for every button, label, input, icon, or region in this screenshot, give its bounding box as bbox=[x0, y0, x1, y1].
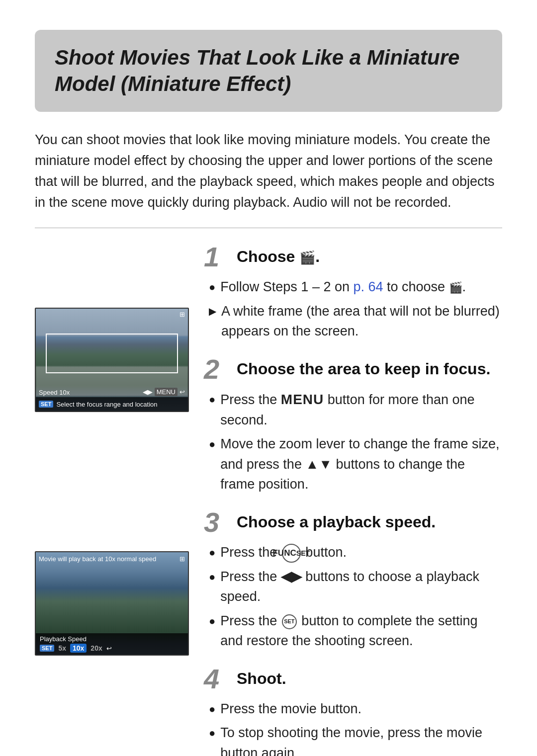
func-circle-1: FUNCSET bbox=[282, 544, 301, 563]
camera-screen-2: Movie will play back at 10x normal speed… bbox=[35, 551, 189, 656]
movie-icon-1: 🎬 bbox=[299, 250, 315, 265]
step-3-bullet-2: ● Press the ◀▶ buttons to choose a playb… bbox=[209, 567, 502, 607]
step-3: 3 Choose a playback speed. ● Press the F… bbox=[204, 508, 502, 651]
step-2-bullet-2: ● Move the zoom lever to change the fram… bbox=[209, 434, 502, 495]
camera-bottom-bar-1: SET Select the focus range and location bbox=[36, 397, 188, 411]
step-1-number: 1 bbox=[204, 243, 229, 271]
step-2-bullet-1: ● Press the MENU button for more than on… bbox=[209, 389, 502, 430]
steps-container: ⊞ SET Select the focus range and locatio… bbox=[35, 243, 502, 756]
menu-icons: ◀▶ MENU ↩ bbox=[143, 388, 185, 396]
step-1-bullet-1: ● Follow Steps 1 – 2 on p. 64 to choose … bbox=[209, 277, 502, 297]
step-1-header: 1 Choose 🎬. bbox=[204, 243, 502, 271]
step-3-number: 3 bbox=[204, 508, 229, 536]
step-4-bullet-1: ● Press the movie button. bbox=[209, 699, 502, 719]
step-3-title: Choose a playback speed. bbox=[237, 512, 436, 531]
step-2-header: 2 Choose the area to keep in focus. bbox=[204, 355, 502, 383]
step-4-bullet-2: ● To stop shooting the movie, press the … bbox=[209, 723, 502, 756]
page-title: Shoot Movies That Look Like a Miniature … bbox=[55, 45, 482, 97]
screen2-overlay: Movie will play back at 10x normal speed… bbox=[39, 555, 185, 563]
screen1-label: Select the focus range and location bbox=[56, 401, 157, 408]
bullet-icon-4a: ● bbox=[209, 701, 215, 717]
step-2-title: Choose the area to keep in focus. bbox=[237, 359, 490, 378]
bullet-icon-3c: ● bbox=[209, 613, 215, 629]
set-badge-1: SET bbox=[39, 401, 53, 408]
intro-paragraph: You can shoot movies that look like movi… bbox=[35, 130, 502, 213]
step-2-number: 2 bbox=[204, 355, 229, 383]
top-icon: ⊞ bbox=[179, 311, 185, 318]
camera-screen-1: ⊞ SET Select the focus range and locatio… bbox=[35, 308, 189, 412]
screen2-icon: ⊞ bbox=[179, 555, 185, 563]
step-4-bullets: ● Press the movie button. ● To stop shoo… bbox=[209, 699, 502, 756]
menu-badge: MENU bbox=[155, 388, 178, 396]
screen2-bottom-panel: Playback Speed SET 5x 10x 20x ↩ bbox=[36, 633, 188, 655]
step-3-bullets: ● Press the FUNCSET button. ● Press the … bbox=[209, 542, 502, 651]
step-4-title: Shoot. bbox=[237, 669, 286, 688]
screen2-label: Movie will play back at 10x normal speed bbox=[39, 555, 156, 563]
steps-column: 1 Choose 🎬. ● Follow Steps 1 – 2 on p. 6… bbox=[204, 243, 502, 756]
step-1-bullets: ● Follow Steps 1 – 2 on p. 64 to choose … bbox=[209, 277, 502, 341]
func-circle-2: SET bbox=[282, 614, 297, 629]
speed-row: SET 5x 10x 20x ↩ bbox=[40, 644, 184, 653]
bullet-icon-2b: ● bbox=[209, 436, 215, 452]
bullet-icon-1: ● bbox=[209, 279, 215, 295]
speed-label: Speed 10x bbox=[39, 389, 70, 396]
bullet-icon-3a: ● bbox=[209, 544, 215, 561]
speed-20x: 20x bbox=[90, 644, 102, 652]
set-badge-2: SET bbox=[40, 645, 54, 652]
bullet-icon-3b: ● bbox=[209, 569, 215, 585]
blur-top bbox=[36, 309, 188, 336]
back-icon: ↩ bbox=[106, 645, 112, 652]
step-1-bullet-2: ▶ A white frame (the area that will not … bbox=[209, 301, 502, 341]
bullet-icon-4b: ● bbox=[209, 725, 215, 741]
bullet-icon-2a: ● bbox=[209, 391, 215, 408]
step-2-bullets: ● Press the MENU button for more than on… bbox=[209, 389, 502, 495]
step-1: 1 Choose 🎬. ● Follow Steps 1 – 2 on p. 6… bbox=[204, 243, 502, 341]
title-box: Shoot Movies That Look Like a Miniature … bbox=[35, 30, 502, 112]
images-column: ⊞ SET Select the focus range and locatio… bbox=[35, 243, 204, 756]
divider bbox=[35, 228, 502, 228]
step-4-header: 4 Shoot. bbox=[204, 665, 502, 693]
step-4: 4 Shoot. ● Press the movie button. ● To … bbox=[204, 665, 502, 756]
speed-10x-active: 10x bbox=[70, 644, 87, 653]
step-1-title: Choose 🎬. bbox=[237, 247, 320, 266]
step-4-number: 4 bbox=[204, 665, 229, 693]
speed-5x: 5x bbox=[58, 644, 66, 652]
step-3-header: 3 Choose a playback speed. bbox=[204, 508, 502, 536]
step-3-bullet-3: ● Press the SET button to complete the s… bbox=[209, 611, 502, 651]
playback-label: Playback Speed bbox=[40, 635, 184, 643]
focus-frame bbox=[46, 334, 178, 373]
step-3-bullet-1: ● Press the FUNCSET button. bbox=[209, 542, 502, 563]
step-2: 2 Choose the area to keep in focus. ● Pr… bbox=[204, 355, 502, 495]
triangle-icon-1: ▶ bbox=[209, 304, 216, 319]
